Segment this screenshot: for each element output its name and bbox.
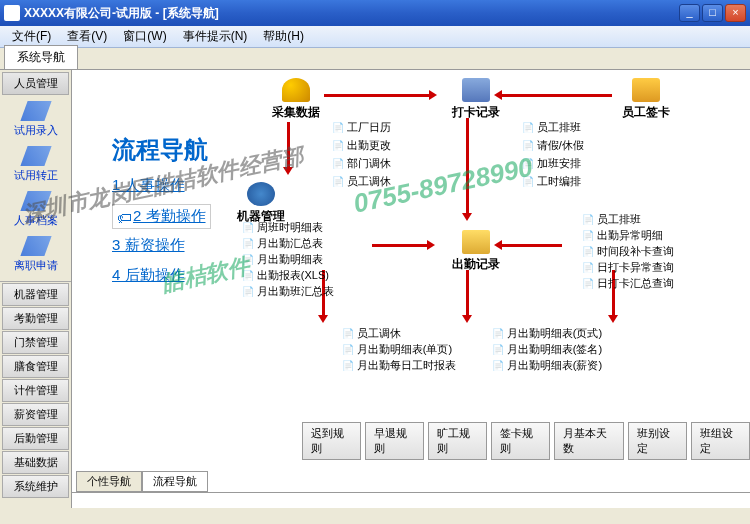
- node-sign[interactable]: 员工签卡: [622, 78, 670, 121]
- minimize-button[interactable]: _: [679, 4, 700, 22]
- window-title: XXXXX有限公司-试用版 - [系统导航]: [24, 5, 679, 22]
- rule-days[interactable]: 月基本天数: [554, 422, 623, 460]
- sidebar-btn-machine[interactable]: 机器管理: [2, 283, 69, 306]
- sidebar-btn-meal[interactable]: 膳食管理: [2, 355, 69, 378]
- link-shift-sum[interactable]: 月出勤班汇总表: [242, 284, 334, 299]
- sidebar-btn-basic[interactable]: 基础数据: [2, 451, 69, 474]
- menu-view[interactable]: 查看(V): [59, 26, 115, 47]
- nav-logistics[interactable]: 4 后勤操作: [112, 266, 185, 285]
- link-daily-hr[interactable]: 月出勤每日工时报表: [342, 358, 456, 373]
- pencil-icon: [20, 236, 51, 256]
- app-icon: [4, 5, 20, 21]
- tab-flow-nav[interactable]: 流程导航: [142, 471, 208, 492]
- sidebar-header: 人员管理: [2, 72, 69, 95]
- node-attend[interactable]: 出勤记录: [452, 230, 500, 273]
- rule-shift[interactable]: 班别设定: [628, 422, 687, 460]
- tab-personal-nav[interactable]: 个性导航: [76, 471, 142, 492]
- sidebar-btn-salary[interactable]: 薪资管理: [2, 403, 69, 426]
- link-emp-rest[interactable]: 员工调休: [332, 174, 391, 189]
- link-overtime[interactable]: 加班安排: [522, 156, 581, 171]
- link-month-detail[interactable]: 月出勤明细表: [242, 252, 323, 267]
- menu-events[interactable]: 事件提示(N): [175, 26, 256, 47]
- rule-early[interactable]: 早退规则: [365, 422, 424, 460]
- sidebar-btn-system[interactable]: 系统维护: [2, 475, 69, 498]
- link-rest2[interactable]: 员工调休: [342, 326, 401, 341]
- arrow-icon: [324, 94, 434, 97]
- bottom-panel: [72, 492, 750, 508]
- sidebar-item-personnel[interactable]: 人事档案: [0, 187, 71, 232]
- tab-bar: 系统导航: [0, 48, 750, 70]
- link-xls[interactable]: 出勤报表(XLS): [242, 268, 329, 283]
- rule-absent[interactable]: 旷工规则: [428, 422, 487, 460]
- maximize-button[interactable]: □: [702, 4, 723, 22]
- printer-icon: [462, 78, 490, 102]
- link-page[interactable]: 月出勤明细表(页式): [492, 326, 602, 341]
- sidebar-item-trial-entry[interactable]: 试用录入: [0, 97, 71, 142]
- link-schedule[interactable]: 员工排班: [522, 120, 581, 135]
- link-attend-change[interactable]: 出勤更改: [332, 138, 391, 153]
- menu-help[interactable]: 帮助(H): [255, 26, 312, 47]
- arrow-icon: [466, 270, 469, 320]
- rule-late[interactable]: 迟到规则: [302, 422, 361, 460]
- link-leave[interactable]: 请假/休假: [522, 138, 584, 153]
- bottom-tabs: 个性导航 流程导航: [76, 471, 208, 492]
- rule-signcard[interactable]: 签卡规则: [491, 422, 550, 460]
- arrow-icon: [502, 94, 612, 97]
- folder-icon: [462, 230, 490, 254]
- link-daily-abn[interactable]: 日打卡异常查询: [582, 260, 674, 275]
- sidebar-btn-logistics[interactable]: 后勤管理: [2, 427, 69, 450]
- link-week-detail[interactable]: 周班时明细表: [242, 220, 323, 235]
- menu-bar: 文件(F) 查看(V) 窗口(W) 事件提示(N) 帮助(H): [0, 26, 750, 48]
- link-supplement[interactable]: 时间段补卡查询: [582, 244, 674, 259]
- pencil-icon: [20, 101, 51, 121]
- menu-window[interactable]: 窗口(W): [115, 26, 174, 47]
- node-punch[interactable]: 打卡记录: [452, 78, 500, 121]
- tab-system-nav[interactable]: 系统导航: [4, 45, 78, 69]
- link-month-sum[interactable]: 月出勤汇总表: [242, 236, 323, 251]
- rule-team[interactable]: 班组设定: [691, 422, 750, 460]
- link-emp-sched[interactable]: 员工排班: [582, 212, 641, 227]
- card-icon: [632, 78, 660, 102]
- link-calendar[interactable]: 工厂日历: [332, 120, 391, 135]
- arrow-icon: [502, 244, 562, 247]
- sidebar-btn-access[interactable]: 门禁管理: [2, 331, 69, 354]
- nav-personnel[interactable]: 1 人事操作: [112, 176, 185, 195]
- nav-title: 流程导航: [112, 134, 208, 166]
- link-daily-sum[interactable]: 日打卡汇总查询: [582, 276, 674, 291]
- pencil-icon: [20, 191, 51, 211]
- sidebar-item-resign[interactable]: 离职申请: [0, 232, 71, 277]
- title-bar: XXXXX有限公司-试用版 - [系统导航] _ □ ×: [0, 0, 750, 26]
- tag-icon: 🏷: [117, 209, 133, 225]
- link-salary[interactable]: 月出勤明细表(薪资): [492, 358, 602, 373]
- nav-salary[interactable]: 3 薪资操作: [112, 236, 185, 255]
- content-area: 流程导航 1 人事操作 🏷2 考勤操作 3 薪资操作 4 后勤操作 采集数据 打…: [72, 70, 750, 508]
- sidebar: 人员管理 试用录入 试用转正 人事档案 离职申请 机器管理 考勤管理 门禁管理 …: [0, 70, 72, 508]
- link-abnormal[interactable]: 出勤异常明细: [582, 228, 663, 243]
- menu-file[interactable]: 文件(F): [4, 26, 59, 47]
- sidebar-btn-attendance[interactable]: 考勤管理: [2, 307, 69, 330]
- node-machine[interactable]: 机器管理: [237, 182, 285, 225]
- database-icon: [282, 78, 310, 102]
- link-dept-rest[interactable]: 部门调休: [332, 156, 391, 171]
- rule-buttons: 迟到规则 早退规则 旷工规则 签卡规则 月基本天数 班别设定 班组设定: [302, 422, 750, 460]
- node-collect[interactable]: 采集数据: [272, 78, 320, 121]
- close-button[interactable]: ×: [725, 4, 746, 22]
- sidebar-item-trial-confirm[interactable]: 试用转正: [0, 142, 71, 187]
- link-sign[interactable]: 月出勤明细表(签名): [492, 342, 602, 357]
- arrow-icon: [372, 244, 432, 247]
- link-hours[interactable]: 工时编排: [522, 174, 581, 189]
- pencil-icon: [20, 146, 51, 166]
- arrow-icon: [466, 118, 469, 218]
- nav-attendance[interactable]: 🏷2 考勤操作: [112, 204, 211, 229]
- gears-icon: [247, 182, 275, 206]
- sidebar-btn-piece[interactable]: 计件管理: [2, 379, 69, 402]
- link-single[interactable]: 月出勤明细表(单页): [342, 342, 452, 357]
- arrow-icon: [287, 122, 290, 172]
